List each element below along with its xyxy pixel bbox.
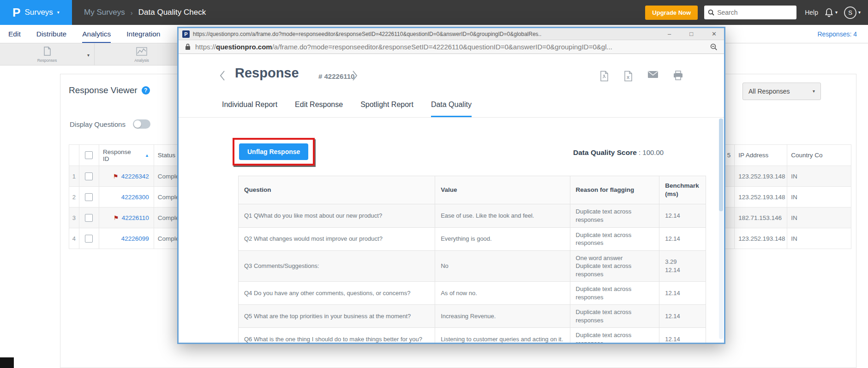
svg-text:x: x — [627, 74, 630, 80]
document-icon — [42, 46, 52, 57]
export-excel-icon[interactable]: x — [623, 71, 633, 82]
quality-table-row: Q5 What are the top priorities in your b… — [239, 305, 706, 328]
nav-item-integration[interactable]: Integration — [126, 25, 160, 43]
reason-cell: Duplicate text across responses — [570, 228, 660, 250]
filter-value: All Responses — [748, 88, 790, 95]
annotation-highlight-box: Unflag Response — [233, 138, 315, 166]
tab-individual-report[interactable]: Individual Report — [222, 92, 277, 117]
page-title: Response Viewer — [69, 85, 138, 95]
help-badge-icon[interactable]: ? — [142, 86, 150, 95]
scrollbar-thumb[interactable] — [719, 119, 723, 211]
response-id-link[interactable]: 42226110 — [122, 214, 149, 221]
global-search[interactable] — [704, 6, 796, 19]
reason-cell: Duplicate text across responses — [570, 305, 660, 327]
breadcrumb-my-surveys[interactable]: My Surveys — [84, 8, 125, 17]
chevron-down-icon: ▾ — [57, 10, 60, 15]
value-cell: Listening to customer queries and acting… — [435, 328, 570, 343]
benchmark-cell: 3.2912.14 — [659, 251, 706, 282]
quality-table-row: Q4 Do you have any other comments, quest… — [239, 282, 706, 305]
value-cell: Ease of use. Like the look and feel. — [435, 204, 570, 227]
print-icon[interactable] — [673, 71, 683, 82]
nav-item-edit[interactable]: Edit — [8, 25, 21, 43]
ip-cell: 123.252.193.148 — [735, 228, 787, 249]
lock-icon — [185, 43, 191, 50]
display-questions-toggle[interactable] — [133, 119, 150, 129]
row-checkbox[interactable] — [85, 172, 93, 180]
window-titlebar[interactable]: P https://questionpro.com/a/frame.do?mod… — [179, 28, 724, 40]
previous-response-button[interactable] — [219, 70, 226, 82]
data-quality-table: Question Value Reason for flagging Bench… — [238, 176, 706, 343]
chevron-down-icon: ▾ — [87, 53, 90, 58]
upgrade-now-button[interactable]: Upgrade Now — [645, 6, 698, 20]
next-response-button[interactable] — [352, 70, 358, 82]
response-id-link[interactable]: 42226300 — [121, 194, 149, 201]
country-cell: IN — [787, 187, 851, 207]
question-cell: Q5 What are the top priorities in your b… — [239, 305, 435, 327]
question-cell: Q6 What is the one thing I should do to … — [239, 328, 435, 343]
country-cell: IN — [787, 208, 851, 228]
quality-table-row: Q1 QWhat do you like most about our new … — [239, 204, 706, 227]
reason-cell: Duplicate text across responses — [570, 328, 660, 343]
maximize-button[interactable]: □ — [689, 31, 693, 37]
quality-table-header: Question Value Reason for flagging Bench… — [239, 176, 706, 204]
tab-spotlight-report[interactable]: Spotlight Report — [360, 92, 413, 117]
column-header-value: Value — [435, 176, 570, 204]
ip-cell: 182.71.153.146 — [735, 208, 787, 228]
responses-count: Responses: 4 — [817, 30, 857, 38]
product-name: Surveys — [24, 8, 53, 17]
popup-scrollbar[interactable] — [719, 119, 723, 339]
search-input[interactable] — [717, 9, 786, 16]
notifications-menu[interactable]: ▾ — [825, 8, 838, 18]
tab-data-quality[interactable]: Data Quality — [431, 92, 472, 117]
nav-item-distribute[interactable]: Distribute — [36, 25, 66, 43]
responses-tool-button[interactable]: Responses ▾ — [0, 43, 95, 65]
export-pdf-icon[interactable] — [599, 71, 609, 82]
responses-filter-dropdown[interactable]: All Responses ▾ — [742, 83, 821, 100]
analysis-tool-label: Analysis — [134, 58, 149, 63]
tab-edit-response[interactable]: Edit Response — [295, 92, 343, 117]
screen: P Surveys ▾ My Surveys › Data Quality Ch… — [0, 0, 868, 368]
reason-cell: Duplicate text across responses — [570, 282, 660, 304]
response-id-link[interactable]: 42226342 — [121, 173, 149, 180]
row-checkbox[interactable] — [85, 235, 93, 243]
unflag-response-button[interactable]: Unflag Response — [239, 143, 308, 160]
minimize-button[interactable]: – — [668, 31, 671, 37]
close-button[interactable]: ✕ — [712, 31, 717, 37]
column-header-response-id[interactable]: Response ID ▲ — [99, 145, 154, 166]
benchmark-cell: 12.14 — [659, 204, 706, 227]
popup-body: Response # 42226110 x Ind — [179, 54, 724, 343]
account-menu[interactable]: S ▾ — [844, 6, 861, 19]
zoom-icon[interactable] — [710, 43, 718, 51]
bottom-left-widget[interactable] — [0, 357, 14, 368]
response-editor-window: P https://questionpro.com/a/frame.do?mod… — [177, 27, 725, 344]
column-header-ip[interactable]: IP Address — [735, 145, 787, 166]
response-id-label: # 42226110 — [318, 72, 354, 80]
window-title: https://questionpro.com/a/frame.do?mode=… — [193, 31, 659, 37]
chevron-down-icon: ▾ — [835, 10, 838, 15]
help-link[interactable]: Help — [805, 9, 818, 16]
value-cell: Everything is good. — [435, 228, 570, 250]
column-header-country[interactable]: Country Co — [787, 145, 851, 166]
breadcrumb: My Surveys › Data Quality Check — [84, 8, 206, 17]
row-number: 2 — [69, 187, 79, 207]
question-cell: Q1 QWhat do you like most about our new … — [239, 204, 435, 227]
display-questions-label: Display Questions — [70, 120, 126, 128]
quality-table-row: Q3 Comments/Suggestions:NoOne word answe… — [239, 251, 706, 282]
questionpro-logo-icon: P — [12, 6, 20, 18]
analysis-tool-button[interactable]: Analysis ▾ — [95, 43, 189, 65]
question-cell: Q3 Comments/Suggestions: — [239, 251, 435, 282]
address-bar[interactable]: https://questionpro.com/a/frame.do?mode=… — [179, 40, 724, 54]
surveys-menu[interactable]: P Surveys ▾ — [0, 0, 72, 25]
search-icon — [708, 9, 714, 16]
nav-item-analytics[interactable]: Analytics — [82, 25, 111, 43]
flag-icon: ⚑ — [113, 173, 119, 180]
row-number: 4 — [69, 228, 79, 249]
email-icon[interactable] — [647, 71, 658, 82]
row-checkbox[interactable] — [85, 193, 93, 201]
select-all-checkbox[interactable] — [85, 151, 93, 159]
row-checkbox[interactable] — [85, 214, 93, 222]
response-id-link[interactable]: 42226099 — [121, 235, 149, 242]
response-tabs: Individual Report Edit Response Spotligh… — [179, 92, 724, 118]
question-cell: Q4 Do you have any other comments, quest… — [239, 282, 435, 304]
reason-cell: Duplicate text across responses — [570, 204, 660, 227]
